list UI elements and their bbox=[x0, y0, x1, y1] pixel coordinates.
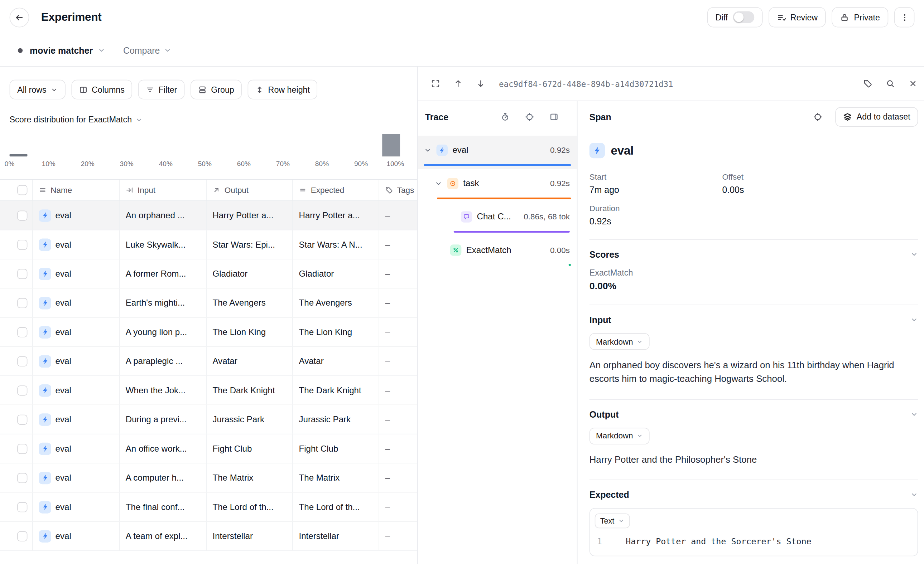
table-row[interactable]: eval A team of expl... Interstellar Inte… bbox=[0, 522, 417, 551]
score-name: ExactMatch bbox=[590, 268, 918, 277]
histogram-bar-100pct[interactable] bbox=[382, 134, 400, 156]
trace-detail-pane: eac9df84-672d-448e-894b-a14d30721d31 Tra… bbox=[418, 67, 924, 564]
cell-output: The Matrix bbox=[206, 464, 292, 492]
table-row[interactable]: eval An orphaned ... Harry Potter a... H… bbox=[0, 201, 417, 230]
tree-item-chat-completion[interactable]: Chat C... 0.86s, 68 tok bbox=[418, 202, 577, 235]
cell-name: eval bbox=[32, 318, 119, 346]
chevron-down-icon[interactable] bbox=[424, 146, 432, 154]
row-checkbox[interactable] bbox=[0, 347, 32, 376]
table-row[interactable]: eval An office work... Fight Club Fight … bbox=[0, 434, 417, 464]
table-row[interactable]: eval Earth's mighti... The Avengers The … bbox=[0, 289, 417, 317]
row-checkbox[interactable] bbox=[0, 464, 32, 492]
tree-item-exactmatch[interactable]: ExactMatch 0.00s bbox=[418, 235, 577, 269]
cell-expected: Jurassic Park bbox=[292, 405, 378, 434]
row-checkbox[interactable] bbox=[0, 376, 32, 405]
cell-input: A young lion p... bbox=[119, 318, 206, 346]
cell-name: eval bbox=[32, 405, 119, 434]
close-button[interactable] bbox=[904, 75, 921, 93]
table-row[interactable]: eval A paraplegic ... Avatar Avatar – bbox=[0, 347, 417, 376]
focus-button[interactable] bbox=[523, 110, 536, 123]
input-section-header[interactable]: Input bbox=[590, 314, 918, 325]
score-distribution-header[interactable]: Score distribution for ExactMatch bbox=[10, 115, 408, 124]
row-checkbox[interactable] bbox=[0, 201, 32, 230]
table-row[interactable]: eval A young lion p... The Lion King The… bbox=[0, 318, 417, 347]
group-button[interactable]: Group bbox=[191, 80, 242, 99]
focus-span-button[interactable] bbox=[809, 108, 827, 126]
input-format-dropdown[interactable]: Markdown bbox=[590, 333, 650, 350]
row-checkbox[interactable] bbox=[0, 434, 32, 463]
timing-button[interactable] bbox=[498, 110, 512, 123]
diff-toggle-button[interactable]: Diff bbox=[707, 7, 762, 28]
cell-expected: The Avengers bbox=[292, 289, 378, 317]
search-button[interactable] bbox=[881, 75, 899, 93]
table-row[interactable]: eval The final conf... The Lord of th...… bbox=[0, 492, 417, 521]
table-row[interactable]: eval When the Jok... The Dark Knight The… bbox=[0, 376, 417, 405]
start-value: 7m ago bbox=[590, 184, 722, 194]
tag-button[interactable] bbox=[858, 75, 876, 93]
cell-tags: – bbox=[378, 376, 417, 405]
expected-code-line: 1 Harry Potter and the Sorcerer's Stone bbox=[590, 536, 917, 546]
duration-value: 0.92s bbox=[590, 216, 722, 226]
row-checkbox[interactable] bbox=[0, 492, 32, 521]
row-checkbox[interactable] bbox=[0, 230, 32, 259]
offset-value: 0.00s bbox=[722, 184, 918, 194]
histogram-bar-0pct[interactable] bbox=[10, 154, 28, 157]
diff-toggle-switch[interactable] bbox=[733, 12, 754, 23]
expand-button[interactable] bbox=[426, 75, 444, 93]
span-panel-title: Span bbox=[590, 112, 809, 122]
output-format-dropdown[interactable]: Markdown bbox=[590, 427, 650, 444]
column-header-input[interactable]: Input bbox=[119, 180, 206, 200]
back-button[interactable] bbox=[10, 7, 29, 27]
scores-section-header[interactable]: Scores bbox=[590, 250, 918, 259]
row-checkbox[interactable] bbox=[0, 318, 32, 346]
cell-tags: – bbox=[378, 230, 417, 259]
expected-format-dropdown[interactable]: Text bbox=[595, 513, 630, 528]
chevron-down-icon[interactable] bbox=[435, 179, 442, 187]
next-row-button[interactable] bbox=[472, 75, 490, 93]
column-header-output[interactable]: Output bbox=[206, 180, 292, 200]
expected-section-header[interactable]: Expected bbox=[590, 489, 918, 500]
axis-tick: 60% bbox=[237, 160, 251, 167]
chevron-down-icon bbox=[618, 518, 624, 524]
cell-tags: – bbox=[378, 347, 417, 376]
experiment-name[interactable]: movie matcher bbox=[30, 45, 93, 55]
layout-button[interactable] bbox=[547, 110, 561, 123]
column-header-tags[interactable]: Tags bbox=[378, 180, 417, 200]
axis-tick: 20% bbox=[81, 160, 94, 167]
filter-button[interactable]: Filter bbox=[138, 80, 185, 99]
row-checkbox[interactable] bbox=[0, 522, 32, 551]
column-header-name[interactable]: Name bbox=[32, 180, 119, 200]
table-row[interactable]: eval A computer h... The Matrix The Matr… bbox=[0, 464, 417, 492]
columns-button[interactable]: Columns bbox=[72, 80, 132, 99]
all-rows-dropdown[interactable]: All rows bbox=[10, 80, 66, 99]
more-options-button[interactable] bbox=[894, 7, 915, 28]
table-row[interactable]: eval A former Rom... Gladiator Gladiator… bbox=[0, 259, 417, 289]
cell-name: eval bbox=[32, 289, 119, 317]
row-height-button[interactable]: Row height bbox=[248, 80, 318, 99]
output-section-header[interactable]: Output bbox=[590, 409, 918, 419]
row-checkbox[interactable] bbox=[0, 405, 32, 434]
chevron-down-icon[interactable] bbox=[98, 46, 105, 54]
row-checkbox[interactable] bbox=[0, 259, 32, 288]
tree-item-task[interactable]: task 0.92s bbox=[418, 169, 577, 202]
select-all-checkbox[interactable] bbox=[0, 180, 32, 200]
input-text: An orphaned boy discovers he's a wizard … bbox=[590, 358, 916, 386]
add-to-dataset-button[interactable]: Add to dataset bbox=[835, 107, 918, 126]
private-button[interactable]: Private bbox=[832, 7, 888, 28]
cell-output: Jurassic Park bbox=[206, 405, 292, 434]
cell-output: The Avengers bbox=[206, 289, 292, 317]
row-checkbox[interactable] bbox=[0, 289, 32, 317]
tree-item-eval[interactable]: eval 0.92s bbox=[418, 136, 577, 169]
cell-tags: – bbox=[378, 464, 417, 492]
review-button[interactable]: Review bbox=[768, 7, 826, 28]
table-row[interactable]: eval During a previ... Jurassic Park Jur… bbox=[0, 405, 417, 434]
eval-icon bbox=[39, 471, 51, 484]
previous-row-button[interactable] bbox=[449, 75, 466, 93]
cell-expected: The Matrix bbox=[292, 464, 378, 492]
compare-label: Compare bbox=[123, 45, 160, 55]
cell-input: During a previ... bbox=[119, 405, 206, 434]
compare-dropdown[interactable]: Compare bbox=[123, 45, 171, 55]
column-header-expected[interactable]: Expected bbox=[292, 180, 378, 200]
table-row[interactable]: eval Luke Skywalk... Star Wars: Epi... S… bbox=[0, 230, 417, 259]
span-timeline-bar bbox=[454, 231, 570, 233]
